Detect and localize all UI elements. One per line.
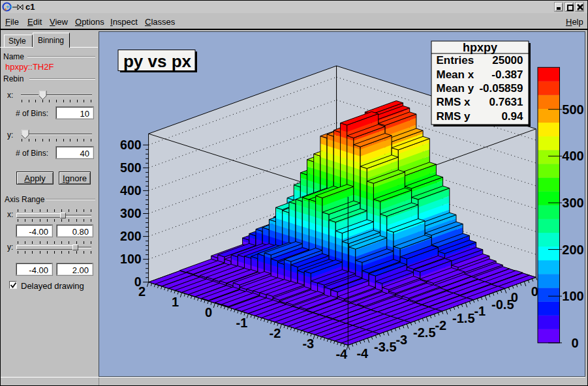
svg-text:200: 200 bbox=[562, 243, 583, 257]
svg-text:0: 0 bbox=[531, 284, 538, 299]
svg-text:-3.5: -3.5 bbox=[374, 340, 396, 354]
svg-text:500: 500 bbox=[120, 160, 142, 175]
svg-text:-0.05859: -0.05859 bbox=[479, 82, 523, 95]
svg-text:2: 2 bbox=[138, 284, 146, 299]
svg-text:400: 400 bbox=[562, 149, 583, 163]
svg-text:-2.5: -2.5 bbox=[413, 325, 435, 340]
svg-text:600: 600 bbox=[120, 138, 142, 152]
svg-text:-4: -4 bbox=[335, 347, 348, 361]
svg-text:-2: -2 bbox=[270, 326, 281, 340]
svg-text:100: 100 bbox=[120, 252, 142, 266]
svg-text:500: 500 bbox=[562, 102, 583, 117]
svg-text:300: 300 bbox=[562, 196, 583, 210]
svg-text:Mean y: Mean y bbox=[437, 82, 474, 95]
svg-text:100: 100 bbox=[562, 289, 583, 303]
svg-text:0: 0 bbox=[511, 290, 518, 304]
svg-text:25000: 25000 bbox=[492, 54, 523, 67]
svg-text:-0.387: -0.387 bbox=[491, 68, 523, 81]
svg-text:0: 0 bbox=[571, 336, 578, 350]
svg-text:Mean x: Mean x bbox=[437, 68, 474, 81]
svg-text:RMS y: RMS y bbox=[437, 110, 471, 123]
svg-text:py vs px: py vs px bbox=[123, 52, 192, 71]
svg-text:0.7631: 0.7631 bbox=[489, 96, 523, 108]
svg-text:-3: -3 bbox=[395, 333, 407, 347]
svg-text:-1: -1 bbox=[236, 316, 248, 330]
svg-text:hpxpy: hpxpy bbox=[463, 41, 497, 54]
svg-text:-1.5: -1.5 bbox=[452, 311, 474, 325]
svg-text:400: 400 bbox=[120, 183, 142, 198]
svg-text:0: 0 bbox=[205, 305, 212, 319]
svg-text:-4: -4 bbox=[356, 346, 369, 361]
svg-text:RMS x: RMS x bbox=[437, 96, 471, 108]
svg-text:Entries: Entries bbox=[437, 54, 474, 67]
svg-text:-3: -3 bbox=[302, 336, 314, 351]
svg-text:-1: -1 bbox=[474, 304, 486, 318]
svg-text:0.94: 0.94 bbox=[501, 110, 523, 123]
svg-text:-2: -2 bbox=[435, 318, 446, 333]
svg-text:300: 300 bbox=[120, 206, 142, 220]
svg-text:1: 1 bbox=[172, 295, 179, 309]
svg-text:200: 200 bbox=[120, 229, 142, 243]
